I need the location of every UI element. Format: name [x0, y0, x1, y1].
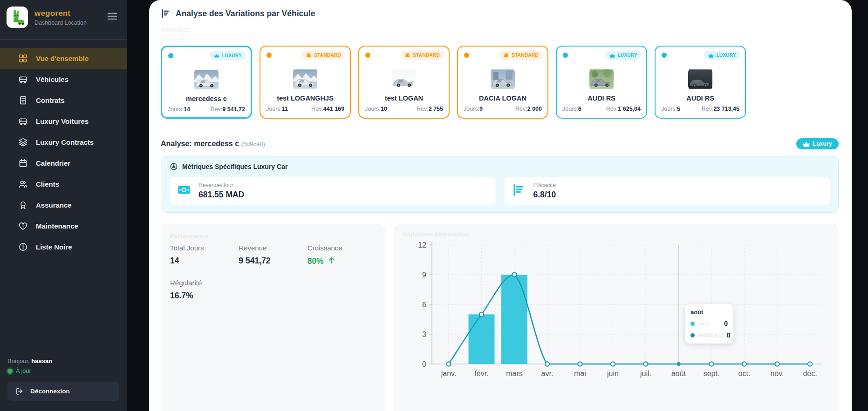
heart-icon	[18, 221, 28, 231]
calendar-icon	[18, 158, 28, 168]
sidebar-item-contrats[interactable]: Contrats	[0, 90, 127, 111]
sidebar-item-label: Maintenance	[36, 222, 78, 230]
bar-chart-icon	[512, 183, 526, 199]
tooltip-series-name: Jours:	[697, 321, 711, 326]
vehicle-card[interactable]: STANDARDDACIA LOGANJours:9Rev:2 000	[457, 46, 548, 119]
vehicle-card[interactable]: LUXURYmercedess cJours:14Rev:9 541,72	[161, 46, 252, 119]
stat-value: 9 541,72	[239, 256, 270, 266]
metrics-title: Métriques Spécifiques Luxury Car	[170, 162, 830, 171]
sidebar-item-maintenance[interactable]: Maintenance	[0, 216, 127, 236]
stat-label: Régularité	[170, 279, 239, 287]
heart-icon	[18, 221, 28, 231]
tooltip-month: août	[690, 309, 728, 316]
tooltip-series-value: 0	[726, 331, 730, 339]
sidebar-item-clients[interactable]: Clients	[0, 174, 127, 195]
menu-toggle-icon[interactable]	[105, 10, 119, 24]
vehicle-days: Jours:9	[464, 106, 483, 112]
svg-text:juil.: juil.	[640, 370, 651, 377]
main-area: Analyse des Variations par Véhicule Véhi…	[127, 0, 868, 411]
luxury-metrics-panel: Métriques Spécifiques Luxury Car Revenue…	[161, 156, 839, 213]
series-dot-icon	[690, 322, 695, 326]
sidebar-item-luxury-contracts[interactable]: Luxury Contracts	[0, 132, 127, 153]
vehicle-name: test LOGANGHJS	[266, 94, 344, 102]
vehicle-cards-row: LUXURYmercedess cJours:14Rev:9 541,72STA…	[161, 46, 839, 119]
sidebar-item-label: Calendrier	[36, 159, 70, 167]
performance-title: Performance	[170, 232, 376, 239]
stat-revenue: Revenue9 541,72	[239, 244, 307, 267]
metric-value: 6.8/10	[533, 190, 556, 200]
award-icon	[18, 200, 28, 210]
vehicle-days: Jours:11	[266, 106, 288, 112]
analysis-header: Analyse: mercedess c (5d9ca8) Luxury	[161, 138, 839, 149]
brand-logo	[7, 7, 28, 28]
svg-text:juin: juin	[607, 370, 619, 377]
brand-subtitle: Dashboard Location	[34, 20, 99, 26]
svg-text:nov.: nov.	[770, 370, 784, 377]
sidebar: wegorent Dashboard Location Vue d'ensemb…	[0, 0, 127, 411]
page-title: Analyse des Variations par Véhicule	[176, 9, 315, 19]
up-arrow-icon	[328, 256, 336, 264]
category-badge: LUXURY	[605, 51, 642, 60]
category-dot-icon	[267, 53, 272, 58]
car-badge-icon	[404, 53, 410, 58]
car-badge-icon	[306, 53, 312, 58]
sidebar-item-luxury-voitures[interactable]: Luxury Voitures	[0, 111, 127, 132]
stat-label: Revenue	[239, 244, 307, 252]
vehicle-photo	[392, 67, 416, 91]
vehicle-name: DACIA LOGAN	[464, 94, 542, 102]
document-icon	[18, 95, 28, 105]
vehicle-card[interactable]: LUXURYAUDI RSJours:6Rev:1 625,04	[556, 46, 647, 119]
metric-label: Revenue/Jour	[198, 182, 244, 189]
banknote-icon	[177, 183, 191, 197]
crown-icon	[803, 141, 810, 147]
sidebar-item-vue-d-ensemble[interactable]: Vue d'ensemble	[0, 48, 127, 69]
svg-text:avr.: avr.	[541, 370, 554, 377]
page-header: Analyse des Variations par Véhicule	[161, 8, 839, 19]
chart-tooltip: août Jours:0rentalDays:0	[685, 304, 733, 344]
banknote-icon	[177, 183, 191, 199]
vehicles-label: Véhicules:	[161, 26, 839, 33]
vehicle-card[interactable]: STANDARDtest LOGANJours:10Rev:2 755	[358, 46, 450, 119]
award-icon	[18, 200, 28, 210]
vehicle-revenue: Rev:9 541,72	[211, 106, 245, 113]
vehicle-card[interactable]: STANDARDtest LOGANGHJSJours:11Rev:441 16…	[260, 46, 351, 119]
sidebar-item-v-hicules[interactable]: Véhicules	[0, 69, 127, 90]
grid-icon	[18, 54, 28, 63]
sidebar-menu: Vue d'ensembleVéhiculesContratsLuxury Vo…	[0, 48, 127, 257]
layers-icon	[18, 137, 28, 148]
logout-icon	[15, 387, 24, 396]
car-badge-icon	[503, 53, 509, 58]
tooltip-series-value: 0	[724, 320, 728, 327]
rabbit-car-logo-icon	[9, 9, 25, 25]
stat-croissance: Croissance80%	[308, 244, 376, 267]
svg-text:sept.: sept.	[704, 370, 720, 377]
stat-label: Total Jours	[170, 244, 239, 252]
vehicle-revenue: Rev:1 625,04	[606, 106, 641, 112]
svg-text:oct.: oct.	[738, 370, 751, 377]
sidebar-item-calendrier[interactable]: Calendrier	[0, 153, 127, 174]
stat-r-gularit-: Régularité16.7%	[170, 279, 239, 301]
crown-icon	[214, 54, 219, 58]
vehicle-name: AUDI RS	[661, 94, 739, 102]
category-dot-icon	[464, 53, 469, 58]
stat-value: 80%	[308, 256, 324, 266]
svg-text:12: 12	[418, 241, 426, 249]
vehicle-revenue: Rev:23 713,45	[702, 106, 739, 112]
vehicle-card[interactable]: LUXURYAUDI RSJours:5Rev:23 713,45	[655, 46, 746, 119]
tooltip-series-name: rentalDays:	[697, 332, 724, 338]
logout-button[interactable]: Déconnexion	[7, 382, 119, 401]
series-dot-icon	[690, 333, 695, 337]
sidebar-item-assurance[interactable]: Assurance	[0, 195, 127, 216]
vehicle-name: test LOGAN	[365, 94, 443, 102]
svg-text:févr.: févr.	[474, 370, 488, 377]
category-badge: LUXURY	[210, 51, 246, 60]
gauge-icon	[170, 162, 178, 171]
greeting: Bonjour, hassan	[7, 357, 119, 364]
monthly-variations-chart[interactable]: 036912janv.févr.marsavr.maijuinjuil.août…	[394, 224, 839, 411]
trend-up-icon	[328, 256, 336, 267]
sidebar-item-liste-noire[interactable]: Liste Noire	[0, 236, 127, 257]
calendar-icon	[18, 158, 28, 168]
status-dot-icon	[7, 369, 13, 374]
bar-chart-title-icon	[161, 8, 171, 19]
ban-icon	[18, 242, 28, 252]
